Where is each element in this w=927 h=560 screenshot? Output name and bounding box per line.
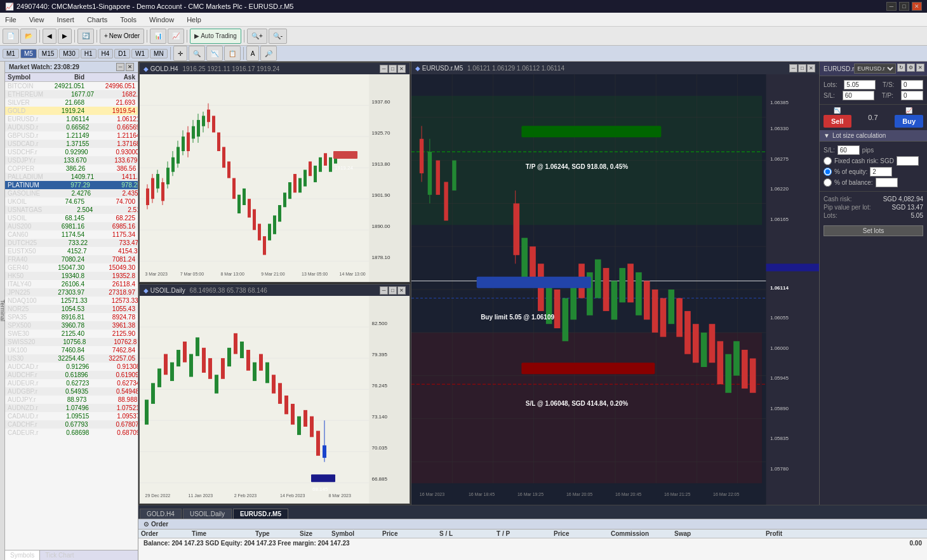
market-row-can60[interactable]: CAN601174.541175.34	[5, 230, 138, 239]
indicators-btn[interactable]: 📉	[206, 46, 223, 61]
market-row-gasoline[interactable]: GASOLINE2.42762.4356	[5, 189, 138, 197]
eurusd-close-btn[interactable]: ✕	[807, 64, 815, 72]
rp-sl-input[interactable]	[843, 91, 874, 100]
zoom-in-btn[interactable]: 🔍+	[247, 29, 267, 44]
market-row-hk50[interactable]: HK5019340.819352.8	[5, 272, 138, 280]
mw-close-btn[interactable]: ✕	[126, 63, 134, 71]
market-row-silver[interactable]: SILVER21.66821.693	[5, 98, 138, 107]
market-row-eurusdr[interactable]: EURUSD.r1.061141.06121	[5, 115, 138, 123]
market-row-nor25[interactable]: NOR251054.531055.43	[5, 305, 138, 313]
market-row-usdchfr[interactable]: USDCHF.r0.929900.93000	[5, 148, 138, 156]
tf-m30[interactable]: M30	[59, 49, 79, 58]
market-row-usdjpyr[interactable]: USDJPY.r133.670133.679	[5, 156, 138, 164]
menu-charts[interactable]: Charts	[84, 15, 110, 25]
mw-min-btn[interactable]: ─	[116, 63, 124, 71]
new-file-btn[interactable]: 📄	[3, 29, 19, 44]
rp-balance-radio[interactable]	[824, 178, 832, 187]
chart-tab-gold[interactable]: GOLD.H4	[140, 509, 182, 519]
market-row-dutch25[interactable]: DUTCH25733.22733.47	[5, 239, 138, 247]
market-row-swiss20[interactable]: SWISS2010756.810762.8	[5, 338, 138, 346]
market-row-audgbpr[interactable]: AUDGBP.r0.549350.54948	[5, 387, 138, 396]
market-row-swe30[interactable]: SWE302125.402125.90	[5, 330, 138, 338]
usoil-close-btn[interactable]: ✕	[397, 286, 406, 295]
eurusd-max-btn[interactable]: □	[798, 64, 806, 72]
usoil-min-btn[interactable]: ─	[380, 286, 388, 295]
market-row-aus200[interactable]: AUS2006981.166985.16	[5, 222, 138, 230]
market-row-spa35[interactable]: SPA358916.818924.78	[5, 313, 138, 321]
market-row-audeurr[interactable]: AUDEUR.r0.627230.62734	[5, 379, 138, 387]
gold-chart-body[interactable]: 1919.24 1937.60 1925.70 1913.80 1901.90 …	[140, 74, 410, 282]
market-row-copper[interactable]: COPPER386.26386.56	[5, 164, 138, 173]
rp-tp-input[interactable]	[901, 91, 923, 100]
market-row-gbpusdr[interactable]: GBPUSD.r1.211491.21164	[5, 131, 138, 140]
gold-close-btn[interactable]: ✕	[397, 65, 406, 73]
maximize-btn[interactable]: □	[899, 2, 909, 11]
usoil-chart-body[interactable]: 68.145 82.500 79.395 76.245 73.140 70.03…	[140, 296, 410, 503]
menu-window[interactable]: Window	[147, 15, 177, 25]
chart-tab-eurusd[interactable]: EURUSD.r.M5	[233, 509, 288, 519]
minimize-btn[interactable]: ─	[886, 2, 897, 11]
rp-fixed-input[interactable]	[897, 156, 919, 166]
market-row-jpn225[interactable]: JPN22527303.9727318.97	[5, 288, 138, 297]
market-row-uk100[interactable]: UK1007460.847462.84	[5, 346, 138, 354]
market-row-ethereum[interactable]: ETHEREUM1677.071682.32	[5, 90, 138, 98]
market-row-cadeurr[interactable]: CADEUR.r0.686980.68709	[5, 429, 138, 437]
tf-m1[interactable]: M1	[3, 49, 19, 58]
template-btn[interactable]: 📋	[224, 46, 241, 61]
market-row-bitcoin[interactable]: BITCOIN24921.05124996.051	[5, 82, 138, 90]
market-row-usnatgas[interactable]: USNATGAS2.5042.519	[5, 206, 138, 214]
gold-max-btn[interactable]: □	[389, 65, 397, 73]
chart-tab-usoil[interactable]: USOIL.Daily	[183, 509, 232, 519]
market-row-usoil[interactable]: USOIL68.14568.225	[5, 214, 138, 222]
market-row-ndaq100[interactable]: NDAQ10012571.3312573.33	[5, 297, 138, 305]
market-row-audusdr[interactable]: AUDUSD.r0.665620.66569	[5, 123, 138, 131]
search-btn[interactable]: 🔎	[260, 46, 277, 61]
tf-m15[interactable]: M15	[38, 49, 58, 58]
market-row-audchfr[interactable]: AUDCHF.r0.618960.61909	[5, 371, 138, 379]
rp-close-btn[interactable]: ✕	[916, 63, 924, 72]
market-row-eustx50[interactable]: EUSTX504152.74154.3	[5, 247, 138, 255]
close-btn[interactable]: ✕	[912, 2, 922, 11]
market-row-audcadr[interactable]: AUDCAD.r0.912960.91308	[5, 363, 138, 371]
mw-tab-tickchart[interactable]: Tick Chart	[40, 550, 79, 560]
title-bar-controls[interactable]: ─ □ ✕	[886, 2, 922, 11]
refresh-btn[interactable]: 🔄	[77, 29, 94, 44]
menu-tools[interactable]: Tools	[117, 15, 139, 25]
tf-w1[interactable]: W1	[131, 49, 149, 58]
market-row-cadchfr[interactable]: CADCHF.r0.677930.67807	[5, 420, 138, 429]
rp-buy-btn[interactable]: Buy	[895, 115, 923, 128]
lot-calc-toggle[interactable]: ▼	[824, 132, 830, 139]
rp-ts-input[interactable]	[901, 80, 923, 90]
back-btn[interactable]: ◀	[43, 29, 57, 44]
tf-m5[interactable]: M5	[20, 49, 37, 58]
menu-insert[interactable]: Insert	[54, 15, 77, 25]
market-row-palladium[interactable]: PALLADIUM1409.711411.70	[5, 173, 138, 181]
market-row-audjpyr[interactable]: AUDJPY.r88.97388.988	[5, 396, 138, 404]
rp-sell-btn[interactable]: Sell	[824, 115, 851, 128]
tf-d1[interactable]: D1	[114, 49, 130, 58]
gold-min-btn[interactable]: ─	[380, 65, 388, 73]
rp-symbol-select[interactable]: EURUSD.r	[854, 63, 896, 74]
rp-refresh-btn[interactable]: ↻	[897, 63, 905, 72]
market-row-fra40[interactable]: FRA407080.247081.24	[5, 255, 138, 263]
menu-help[interactable]: Help	[184, 15, 204, 25]
rp-settings-btn[interactable]: ⚙	[907, 63, 915, 72]
set-lots-btn[interactable]: Set lots	[824, 225, 923, 236]
crosshair-btn[interactable]: ✛	[173, 46, 187, 61]
market-row-spx500[interactable]: SPX5003960.783961.38	[5, 321, 138, 330]
market-row-platinum[interactable]: PLATINUM977.29978.29	[5, 181, 138, 189]
rp-fixed-radio[interactable]	[824, 157, 832, 165]
zoom-out-btn[interactable]: 🔍-	[269, 29, 287, 44]
zoom-btn[interactable]: 🔍	[189, 46, 205, 61]
tf-h4[interactable]: H4	[98, 49, 114, 58]
market-row-audnzdr[interactable]: AUDNZD.r1.074961.07521	[5, 404, 138, 412]
rp-equity-input[interactable]	[870, 167, 892, 177]
market-row-usdcadr[interactable]: USDCAD.r1.371551.37168	[5, 140, 138, 148]
market-row-us30[interactable]: US3032254.4532257.05	[5, 354, 138, 363]
tf-h1[interactable]: H1	[81, 49, 97, 58]
menu-view[interactable]: View	[27, 15, 47, 25]
text-btn[interactable]: A	[246, 46, 260, 61]
eurusd-min-btn[interactable]: ─	[789, 64, 797, 72]
auto-trading-btn[interactable]: ▶ Auto Trading	[190, 29, 241, 44]
market-row-cadaudr[interactable]: CADAUD.r1.095151.09537	[5, 412, 138, 420]
